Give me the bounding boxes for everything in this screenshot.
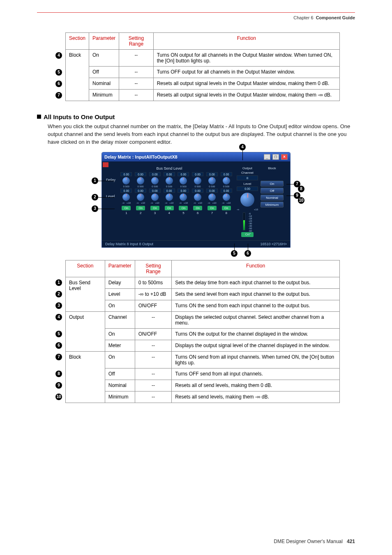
snap-button[interactable]	[103, 162, 108, 167]
heading-text: All Inputs to One Output	[44, 113, 115, 120]
delay-knob[interactable]	[194, 177, 201, 184]
delay-value[interactable]: 0.00	[221, 172, 232, 176]
callout-3: 3	[92, 205, 98, 212]
delay-knob[interactable]	[166, 177, 173, 184]
lead-line	[98, 209, 115, 209]
channel-number: 8	[225, 211, 227, 215]
delay-knob[interactable]	[208, 177, 216, 184]
send-on-button[interactable]: On	[165, 206, 174, 210]
level-value[interactable]: 0.00	[164, 189, 175, 193]
badge-7: 7	[55, 92, 62, 99]
cell-range: --	[119, 50, 154, 67]
level-value[interactable]: 0.00	[149, 189, 161, 193]
send-on-button[interactable]: On	[136, 206, 145, 210]
delay-knob[interactable]	[223, 177, 230, 184]
knob-tick-max: +10	[254, 208, 258, 211]
badge-6: 6	[55, 81, 62, 87]
lead-line	[286, 196, 294, 196]
delay-knob[interactable]	[180, 177, 187, 184]
block-minimum-button[interactable]: Minimum	[261, 202, 284, 207]
channel-number: 6	[197, 211, 198, 215]
row-num: 6	[52, 340, 66, 351]
level-value[interactable]: 0.00	[206, 189, 218, 193]
row-num: 1	[52, 277, 66, 288]
cell-param: Minimum	[89, 90, 119, 101]
badge-5b: 5	[55, 331, 62, 337]
cell-param: Nominal	[105, 380, 135, 391]
level-knob[interactable]	[137, 193, 144, 201]
level-value[interactable]: 0.00	[120, 189, 132, 193]
lead-line	[98, 197, 115, 198]
level-knob[interactable]	[180, 193, 187, 201]
delay-value[interactable]: 0.00	[120, 172, 132, 176]
output-level-value[interactable]: 0.00	[237, 187, 258, 191]
send-on-button[interactable]: On	[150, 206, 159, 210]
output-level-knob[interactable]	[240, 193, 254, 207]
level-knob[interactable]	[208, 193, 216, 201]
block-on-button[interactable]: On	[261, 181, 284, 187]
corner-cell	[52, 260, 66, 277]
send-on-button[interactable]: On	[222, 206, 231, 210]
output-channel-value[interactable]: 8	[237, 175, 258, 180]
row-num: 9	[52, 380, 66, 391]
level-value[interactable]: 0.00	[178, 189, 189, 193]
delay-value[interactable]: 0.00	[135, 172, 146, 176]
block-nominal-button[interactable]: Nominal	[261, 195, 284, 200]
row-num: 6	[52, 78, 66, 90]
meter-ticks: -6-12-18-24-30-40-50-60-∞	[249, 212, 252, 230]
send-on-button[interactable]: On	[208, 206, 217, 210]
delay-scale: 0 500	[223, 185, 229, 188]
badge-6b: 6	[55, 342, 62, 349]
corner-cell	[52, 33, 66, 50]
delay-knob[interactable]	[151, 177, 159, 184]
cell-section: Block	[66, 50, 89, 101]
level-knob[interactable]	[194, 193, 201, 201]
cell-param: On	[89, 50, 119, 67]
lead-line	[242, 150, 243, 160]
bus-send-title: Bus Send Level	[106, 166, 233, 170]
level-value[interactable]: 0.00	[192, 189, 203, 193]
send-on-button[interactable]: On	[122, 206, 131, 210]
cell-function: Displays the output signal level of the …	[172, 340, 340, 351]
knob-tick-min: -∞	[237, 208, 239, 211]
cell-section: Bus Send Level	[66, 277, 105, 311]
cell-function: Turns ON send from all input channels. W…	[172, 351, 340, 368]
send-on-button[interactable]: On	[193, 206, 202, 210]
level-knob[interactable]	[122, 193, 130, 201]
status-right: 16510 <2716H>	[260, 242, 287, 246]
row-num: 8	[52, 368, 66, 380]
level-value[interactable]: 0.00	[221, 189, 232, 193]
maximize-icon[interactable]: □	[272, 154, 279, 160]
callout-10: 10	[298, 197, 304, 204]
delay-knob[interactable]	[137, 177, 144, 184]
level-value[interactable]: 0.00	[135, 189, 146, 193]
knob-scale: -∞ +10	[237, 208, 258, 211]
cell-section: Output	[66, 311, 105, 351]
window-titlebar[interactable]: Delay Matrix : InputAllToOutputX8 _ □ ×	[102, 152, 290, 161]
cell-param: Meter	[105, 340, 135, 351]
channel-number: 5	[182, 211, 184, 215]
row-num: 7	[52, 90, 66, 101]
level-label: Level	[106, 194, 120, 198]
cell-param: Minimum	[105, 391, 135, 403]
editor-figure: 4 Delay Matrix : InputAllToOutputX8 _ □ …	[101, 152, 291, 248]
level-knob[interactable]	[166, 193, 173, 201]
close-icon[interactable]: ×	[281, 154, 288, 160]
delay-value[interactable]: 0.00	[192, 172, 203, 176]
delay-value[interactable]: 0.00	[178, 172, 189, 176]
delay-scale: 0 500	[195, 185, 201, 188]
delay-value[interactable]: 0.00	[206, 172, 218, 176]
level-row: Level 0.00-∞ +100.00-∞ +100.00-∞ +100.00…	[106, 189, 233, 204]
level-knob[interactable]	[223, 193, 230, 201]
level-knob[interactable]	[151, 193, 159, 201]
row-num: 3	[52, 300, 66, 311]
channel-number: 1	[125, 211, 127, 215]
send-on-button[interactable]: On	[179, 206, 188, 210]
delay-scale: 0 500	[138, 185, 144, 188]
delay-label: Delay	[106, 178, 120, 182]
delay-value[interactable]: 0.00	[164, 172, 175, 176]
delay-knob[interactable]	[122, 177, 130, 184]
block-off-button[interactable]: Off	[261, 188, 284, 193]
minimize-icon[interactable]: _	[264, 154, 270, 160]
delay-value[interactable]: 0.00	[149, 172, 161, 176]
